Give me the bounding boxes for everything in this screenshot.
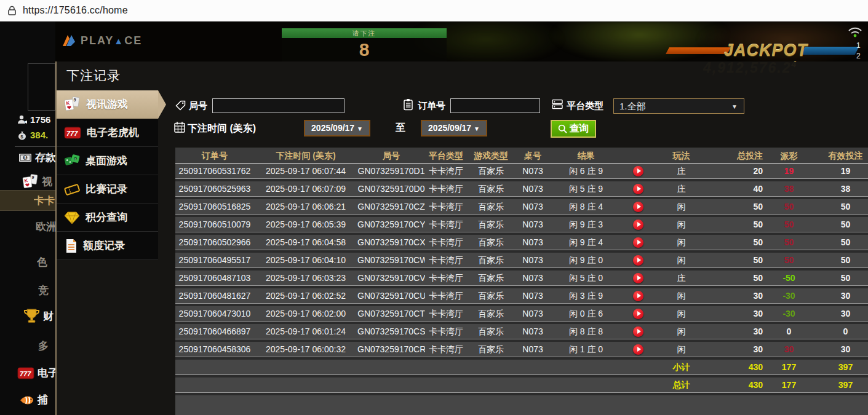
table-cell: 2025-09-17 06:00:32: [254, 342, 357, 357]
play-button[interactable]: [633, 184, 643, 194]
table-cell: 闲 5 庄 9: [551, 181, 621, 196]
ledger-icon: [64, 239, 78, 253]
menu-item-points-query[interactable]: 积分查询: [57, 204, 158, 232]
table-row: 2509170605259632025-09-17 06:07:09GN0732…: [175, 181, 868, 196]
bet-countdown-number: 8: [282, 38, 447, 61]
menu-item-quota-records[interactable]: 额度记录: [57, 232, 158, 260]
play-button[interactable]: [633, 255, 643, 266]
playace-logo-icon: [62, 34, 76, 47]
table-header-cell: [621, 148, 655, 163]
table-cell: 30: [707, 324, 766, 339]
stream-line-2[interactable]: 2: [856, 51, 867, 61]
bet-time-label: 下注时间 (美东): [188, 122, 256, 135]
subtotal-cell: [357, 360, 425, 374]
platform-select[interactable]: 1.全部 ▼: [613, 98, 744, 114]
calendar-icon: [174, 121, 185, 133]
brand-name: PLAY▲CE: [81, 34, 142, 47]
table-cell: 卡卡湾厅: [425, 271, 467, 285]
browser-address-bar[interactable]: https://175616.cc/home: [0, 0, 868, 22]
to-label: 至: [396, 122, 405, 135]
table-cell: 庄: [655, 164, 707, 178]
table-header-cell: 桌号: [515, 148, 551, 163]
table-cell: GN073259170CU: [357, 288, 425, 303]
cards-icon: 9K: [22, 174, 39, 189]
table-header-cell: 有效投注: [812, 148, 868, 163]
subtotal-cell: [175, 360, 254, 374]
menu-item-table-games[interactable]: G桌面游戏: [57, 147, 158, 175]
play-button[interactable]: [633, 237, 643, 248]
table-cell: 卡卡湾厅: [425, 199, 467, 214]
platform-select-value: 1.全部: [619, 101, 646, 111]
menu-item-slots-label: 电子老虎机: [87, 125, 139, 140]
page-background: PLAY▲CE 请下注 8 JACKPOT 4,912,576.24 1 2: [0, 22, 868, 415]
play-button[interactable]: [633, 291, 643, 301]
menu-item-video-games[interactable]: 9K视讯游戏: [57, 90, 158, 119]
table-row: 2509170605168252025-09-17 06:06:21GN0732…: [175, 199, 868, 214]
total-cell: 430: [707, 377, 766, 392]
table-cell: N073: [515, 199, 551, 214]
table-cell: 闲 1 庄 0: [551, 342, 621, 357]
table-cell: 闲 0 庄 6: [551, 306, 621, 321]
play-button[interactable]: [633, 219, 643, 230]
rail-item-europe-label: 欧洲: [36, 219, 57, 234]
table-cell: N073: [515, 271, 551, 285]
table-cell: 闲 6 庄 9: [551, 164, 621, 178]
jackpot-bar-left: [666, 47, 731, 54]
gem-icon: [64, 211, 80, 224]
date-to-select[interactable]: 2025/09/17 ▼: [421, 120, 487, 136]
banknote-icon: $: [18, 153, 32, 162]
svg-text:$: $: [24, 156, 26, 160]
table-cell: -30: [766, 288, 812, 303]
total-cell: [357, 377, 425, 392]
table-cell: GN073259170CT: [357, 306, 425, 321]
table-row: 2509170604668972025-09-17 06:01:24GN0732…: [175, 324, 868, 339]
menu-item-video-games-label: 视讯游戏: [86, 97, 128, 111]
play-button[interactable]: [633, 273, 643, 283]
play-button[interactable]: [633, 344, 643, 355]
menu-item-match-records[interactable]: 比赛记录: [57, 175, 158, 204]
table-row: 2509170604583062025-09-17 06:00:32GN0732…: [175, 342, 868, 357]
play-button[interactable]: [633, 166, 643, 176]
table-cell: 19: [812, 164, 868, 178]
table-cell: 50: [707, 217, 766, 232]
table-header-cell: 派彩: [766, 148, 812, 163]
platform-label: 平台类型: [567, 100, 603, 112]
play-button[interactable]: [633, 326, 643, 337]
table-cell: 30: [707, 306, 766, 321]
table-cell: 30: [812, 306, 868, 321]
date-from-select[interactable]: 2025/09/17 ▼: [304, 120, 370, 136]
avatar[interactable]: [28, 63, 55, 111]
rail-item-video-label: 视: [42, 175, 52, 189]
play-button[interactable]: [633, 202, 643, 212]
total-cell: 177: [766, 377, 812, 392]
search-button[interactable]: 查询: [551, 120, 596, 138]
order-input[interactable]: [450, 98, 540, 113]
table-cell: 30: [766, 342, 812, 357]
table-cell: N073: [515, 217, 551, 232]
table-cell: 卡卡湾厅: [425, 288, 467, 303]
table-cell: 2025-09-17 06:02:00: [254, 306, 357, 321]
menu-item-match-records-label: 比赛记录: [86, 182, 127, 196]
table-cell: GN073259170CX: [357, 235, 425, 250]
table-cell: -30: [766, 306, 812, 321]
table-cell: N073: [515, 253, 551, 267]
table-cell: 250917060458306: [175, 342, 254, 357]
table-cell: 闲 5 庄 0: [551, 271, 621, 285]
play-button[interactable]: [633, 309, 643, 319]
subtotal-label: 小计: [655, 360, 707, 374]
menu-item-slots[interactable]: 777电子老虎机: [57, 119, 158, 147]
svg-text:777: 777: [20, 370, 31, 377]
table-games-icon: G: [64, 154, 80, 168]
table-cell: GN073259170D1: [357, 164, 425, 178]
stream-line-1[interactable]: 1: [856, 41, 867, 51]
chevron-down-icon: ▼: [474, 125, 480, 132]
table-cell: 庄: [655, 271, 707, 285]
left-sidebar: ✱ 1756 $ 384. $ 存款 9K视卡卡欧洲色竞财多777电子捕: [0, 22, 55, 415]
url-text[interactable]: https://175616.cc/home: [23, 5, 128, 16]
table-cell: 50: [812, 217, 868, 232]
chevron-down-icon: ▼: [357, 125, 363, 132]
subtotal-row: 小计430177397: [175, 360, 868, 374]
table-cell: 卡卡湾厅: [425, 342, 467, 357]
round-input[interactable]: [212, 98, 344, 113]
subtotal-cell: 397: [812, 360, 868, 374]
